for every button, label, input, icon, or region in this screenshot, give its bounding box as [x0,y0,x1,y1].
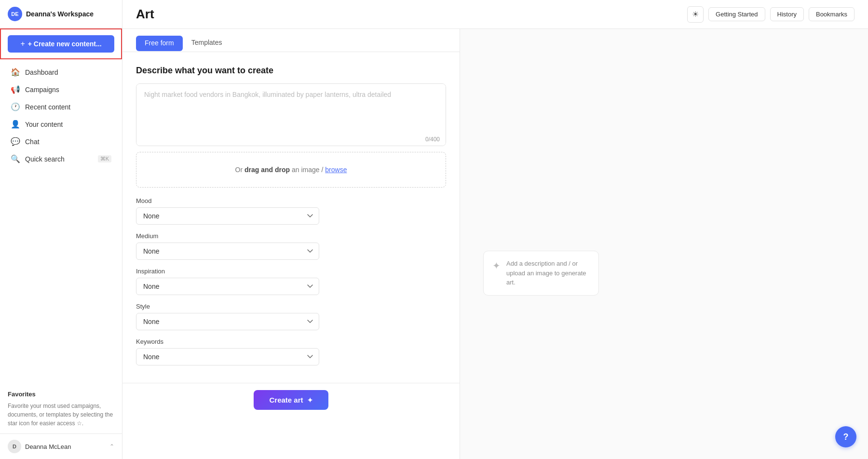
inspiration-label: Inspiration [136,268,446,275]
plus-icon: + [20,40,25,48]
sidebar-item-label: Quick search [25,155,65,163]
favorites-section: Favorites Favorite your most used campai… [0,385,122,433]
search-icon: 🔍 [11,154,20,163]
bottom-bar: Create art ✦ [122,383,460,417]
your-content-icon: 👤 [11,120,20,129]
browse-link[interactable]: browse [325,166,347,174]
create-btn-label: + Create new content... [28,40,102,48]
footer-name: Deanna McLean [25,443,71,450]
mood-select[interactable]: None [136,207,319,225]
drag-drop-text: drag and drop [244,166,290,174]
drop-zone-text2: an image / [290,166,325,174]
style-label: Style [136,303,446,310]
hint-icon: ✦ [492,260,501,271]
keywords-label: Keywords [136,338,446,345]
medium-label: Medium [136,232,446,240]
footer-user: D Deanna McLean [8,440,71,453]
sidebar-item-label: Dashboard [25,68,58,76]
left-panel: Free form Templates Describe what you wa… [122,29,460,459]
form-section: Describe what you want to create 0/400 O… [122,52,460,383]
mood-field: Mood None [136,197,446,225]
dashboard-icon: 🏠 [11,68,20,77]
keywords-field: Keywords None [136,338,446,365]
medium-select[interactable]: None [136,243,319,260]
content-area: Free form Templates Describe what you wa… [122,29,868,459]
create-art-label: Create art [269,396,303,404]
footer-avatar: D [8,440,21,453]
create-new-content-button[interactable]: + + Create new content... [8,35,114,53]
sidebar-item-recent-content[interactable]: 🕐 Recent content [3,98,119,115]
medium-field: Medium None [136,232,446,260]
favorites-desc: Favorite your most used campaigns, docum… [8,402,114,428]
sidebar-item-chat[interactable]: 💬 Chat [3,133,119,150]
sidebar-header: DE Deanna's Workspace [0,0,122,28]
help-button[interactable]: ? [835,426,856,447]
history-button[interactable]: History [770,7,804,21]
sidebar-item-quick-search[interactable]: 🔍 Quick search ⌘K [3,150,119,167]
nav-items: 🏠 Dashboard 📢 Campaigns 🕐 Recent content… [0,59,122,385]
main-content: Art ☀ Getting Started History Bookmarks … [122,0,868,459]
hint-text: Add a description and / or upload an ima… [506,259,590,287]
chevron-up-icon: ⌃ [109,443,114,450]
sidebar-item-label: Recent content [25,103,70,111]
chat-icon: 💬 [11,137,20,146]
right-panel: ✦ Add a description and / or upload an i… [460,29,868,459]
mood-label: Mood [136,197,446,204]
workspace-name: Deanna's Workspace [26,10,94,18]
workspace-avatar: DE [8,7,22,21]
tab-free-form[interactable]: Free form [136,36,183,51]
help-icon: ? [843,432,849,442]
style-select[interactable]: None [136,313,319,330]
sidebar-item-dashboard[interactable]: 🏠 Dashboard [3,64,119,81]
topbar-actions: ☀ Getting Started History Bookmarks [687,6,854,23]
topbar: Art ☀ Getting Started History Bookmarks [122,0,868,29]
inspiration-field: Inspiration None [136,268,446,295]
sidebar-item-label: Campaigns [25,86,59,94]
bookmarks-button[interactable]: Bookmarks [809,7,854,21]
section-title: Describe what you want to create [136,66,446,76]
drop-zone[interactable]: Or drag and drop an image / browse [136,152,446,188]
keywords-select[interactable]: None [136,348,319,365]
char-count: 0/400 [136,134,446,146]
sparkle-icon: ✦ [307,396,313,404]
drop-zone-text1: Or [235,166,244,174]
sidebar-item-label: Chat [25,138,40,146]
create-btn-wrapper: + + Create new content... [0,28,122,59]
hint-card: ✦ Add a description and / or upload an i… [483,251,599,296]
campaigns-icon: 📢 [11,85,20,94]
theme-toggle-button[interactable]: ☀ [687,6,704,23]
recent-content-icon: 🕐 [11,102,20,111]
style-field: Style None [136,303,446,330]
tabs-bar: Free form Templates [122,29,460,52]
description-textarea[interactable] [136,84,446,132]
description-box: 0/400 [136,83,446,146]
sidebar-item-label: Your content [25,121,63,128]
sidebar-footer[interactable]: D Deanna McLean ⌃ [0,433,122,459]
getting-started-button[interactable]: Getting Started [708,7,765,21]
sidebar: DE Deanna's Workspace + + Create new con… [0,0,122,459]
inspiration-select[interactable]: None [136,278,319,295]
sidebar-item-your-content[interactable]: 👤 Your content [3,116,119,133]
page-title: Art [136,7,154,22]
sidebar-item-campaigns[interactable]: 📢 Campaigns [3,81,119,98]
create-art-button[interactable]: Create art ✦ [254,390,328,410]
favorites-title: Favorites [8,391,114,398]
tab-templates[interactable]: Templates [183,35,231,52]
shortcut-badge: ⌘K [98,155,111,162]
